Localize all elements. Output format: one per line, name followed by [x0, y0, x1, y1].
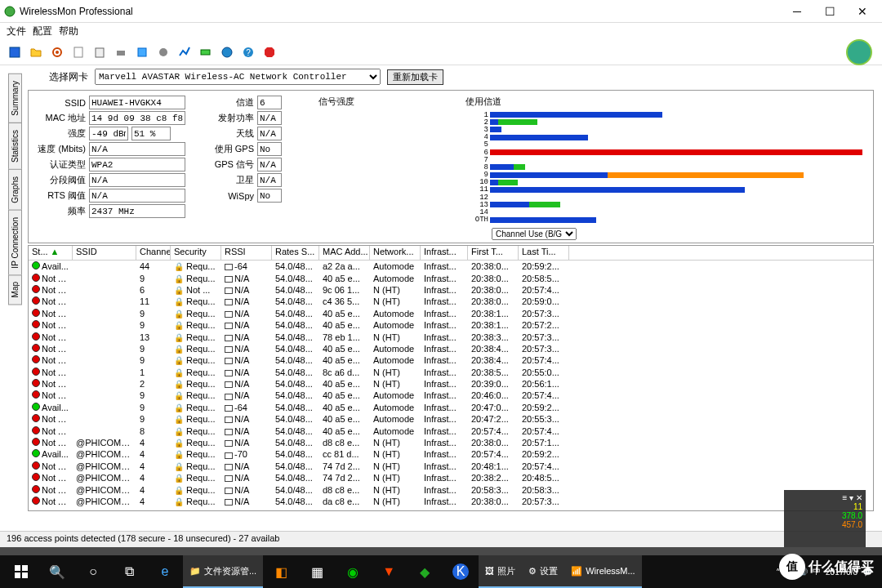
app-icon-4[interactable]: ▼ [371, 555, 407, 588]
table-row[interactable]: Not A...@PHICOMM_204🔒 Requ...N/A54.0/48.… [29, 437, 873, 448]
app-icon-1[interactable]: ◧ [263, 555, 299, 588]
start-button[interactable] [3, 555, 39, 588]
gps-use-field[interactable] [257, 142, 282, 156]
table-row[interactable]: Not A...@PHICOMM_G...4🔒 Requ...N/A54.0/4… [29, 496, 873, 507]
edge-icon[interactable]: e [147, 555, 183, 588]
app-icon-3[interactable]: ◉ [335, 555, 371, 588]
sat-field[interactable] [257, 173, 282, 187]
gps-use-label: 使用 GPS [202, 143, 254, 155]
txpow-field[interactable] [257, 111, 282, 125]
column-header[interactable]: Rates S... [272, 246, 319, 260]
table-row[interactable]: Avail...44🔒 Requ...-6454.0/48...a2 2a a.… [29, 261, 873, 272]
table-row[interactable]: Not A...9🔒 Requ...N/A54.0/48...40 a5 e..… [29, 413, 873, 425]
frag-field[interactable] [89, 173, 185, 187]
table-row[interactable]: Not A...1🔒 Requ...N/A54.0/48...8c a6 d..… [29, 367, 873, 378]
save-icon[interactable] [7, 44, 23, 60]
column-header[interactable]: MAC Add... [319, 246, 370, 260]
tab-summary[interactable]: Summary [8, 74, 22, 123]
column-header[interactable]: Channel [136, 246, 171, 260]
folder-icon[interactable] [28, 44, 44, 60]
speed-field[interactable] [89, 142, 185, 156]
table-row[interactable]: Avail...9🔒 Requ...-6454.0/48...40 a5 e..… [29, 402, 873, 413]
column-header[interactable]: SSID [73, 246, 136, 260]
auth-field[interactable] [89, 158, 185, 172]
gear-icon[interactable] [155, 44, 172, 60]
status-dot-icon [32, 274, 40, 282]
freq-field[interactable] [89, 204, 185, 218]
column-header[interactable]: Infrast... [421, 246, 468, 260]
lock-icon: 🔒 [174, 262, 184, 271]
stop-icon[interactable] [261, 44, 278, 60]
tab-statistics[interactable]: Statistics [8, 122, 22, 170]
target-icon[interactable] [49, 44, 65, 60]
tab-map[interactable]: Map [8, 274, 22, 305]
task-wirelessmon[interactable]: 📶WirelessM... [564, 555, 642, 588]
column-header[interactable]: First T... [468, 246, 519, 260]
menu-file[interactable]: 文件 [7, 24, 26, 38]
table-row[interactable]: Not A...8🔒 Requ...N/A54.0/48...40 a5 e..… [29, 425, 873, 436]
table-row[interactable]: Not A...13🔒 Requ...N/A54.0/48...78 eb 1.… [29, 331, 873, 342]
table-row[interactable]: Not A...@PHICOMM_714🔒 Requ...N/A54.0/48.… [29, 472, 873, 483]
channel-type-select[interactable]: Channel Use (B/G [492, 228, 577, 240]
minimize-button[interactable]: ─ [781, 0, 813, 23]
task-photos[interactable]: 🖼照片 [479, 555, 522, 588]
table-row[interactable]: Not A...9🔒 Requ...N/A54.0/48...40 a5 e..… [29, 319, 873, 331]
app-icon-6[interactable]: K [452, 564, 469, 580]
app-icon-2[interactable]: ▦ [299, 555, 335, 588]
battery-icon[interactable] [198, 44, 214, 60]
channel-field[interactable] [257, 96, 282, 109]
menu-config[interactable]: 配置 [33, 24, 52, 38]
table-row[interactable]: Not A...9🔒 Requ...N/A54.0/48...40 a5 e..… [29, 343, 873, 354]
table-row[interactable]: Not A...@PHICOMM_604🔒 Requ...N/A54.0/48.… [29, 461, 873, 472]
globe-icon[interactable] [219, 44, 235, 60]
export-icon[interactable] [134, 44, 150, 60]
tab-ip-connection[interactable]: IP Connection [8, 210, 22, 276]
clipboard-icon[interactable] [91, 44, 108, 60]
gps-sig-field[interactable] [257, 158, 282, 172]
column-header[interactable]: Network... [370, 246, 421, 260]
column-header[interactable]: Security [171, 246, 221, 260]
close-button[interactable]: ✕ [846, 0, 879, 23]
table-row[interactable]: Not A...9🔒 Requ...N/A54.0/48...40 a5 e..… [29, 354, 873, 366]
app-icon-5[interactable]: ◆ [407, 555, 443, 588]
signal-icon[interactable] [176, 44, 193, 60]
table-row[interactable]: Not A...9🔒 Requ...N/A54.0/48...40 a5 e..… [29, 390, 873, 401]
rssi-icon [225, 264, 233, 270]
notes-icon[interactable] [70, 44, 87, 60]
rssi-icon [225, 499, 233, 506]
column-header[interactable]: St... ▲ [29, 246, 73, 260]
taskview-icon[interactable]: ⧉ [111, 555, 147, 588]
task-explorer[interactable]: 📁文件资源管... [183, 555, 263, 588]
table-row[interactable]: Avail...@PHICOMM_384🔒 Requ...-7054.0/48.… [29, 448, 873, 460]
table-row[interactable]: Not A...@PHICOMM_C04🔒 Requ...N/A54.0/48.… [29, 483, 873, 495]
table-row[interactable]: Not A...9🔒 Requ...N/A54.0/48...40 a5 e..… [29, 308, 873, 319]
ssid-label: SSID [33, 98, 86, 108]
ssid-field[interactable] [89, 96, 185, 109]
print-icon[interactable] [113, 44, 129, 60]
column-header[interactable]: Last Ti... [519, 246, 569, 260]
tab-graphs[interactable]: Graphs [8, 169, 22, 211]
mac-field[interactable] [89, 111, 185, 125]
task-settings[interactable]: ⚙设置 [522, 555, 564, 588]
ant-field[interactable] [257, 127, 282, 140]
reload-button[interactable]: 重新加载卡 [387, 69, 443, 85]
strength-pct-field[interactable] [131, 127, 171, 140]
table-row[interactable]: Not A...6🔒 Not ...N/A54.0/48...9c 06 1..… [29, 284, 873, 296]
search-icon[interactable]: 🔍 [39, 555, 75, 588]
wispy-field[interactable] [257, 189, 282, 203]
menu-help[interactable]: 帮助 [59, 24, 78, 38]
lock-icon: 🔒 [174, 333, 184, 342]
table-row[interactable]: Not A...9🔒 Requ...N/A54.0/48...40 a5 e..… [29, 272, 873, 283]
maximize-button[interactable]: ☐ [813, 0, 846, 23]
help-icon[interactable]: ? [240, 44, 256, 60]
cortana-icon[interactable]: ○ [75, 555, 111, 588]
table-body[interactable]: Avail...44🔒 Requ...-6454.0/48...a2 2a a.… [29, 261, 873, 511]
table-row[interactable]: Not A...11🔒 Requ...N/A54.0/48...c4 36 5.… [29, 296, 873, 307]
adapter-select[interactable]: Marvell AVASTAR Wireless-AC Network Cont… [95, 69, 381, 85]
rssi-icon [225, 475, 233, 482]
table-row[interactable]: Not A...2🔒 Requ...N/A54.0/48...40 a5 e..… [29, 378, 873, 390]
strength-dbm-field[interactable] [89, 127, 128, 140]
column-header[interactable]: RSSI [221, 246, 272, 260]
rts-field[interactable] [89, 189, 185, 203]
titlebar[interactable]: WirelessMon Professional ─ ☐ ✕ [0, 0, 882, 23]
